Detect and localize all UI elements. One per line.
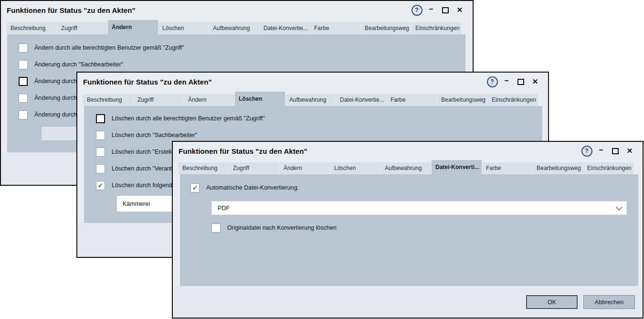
checkbox-loeschen-sachbearbeiter[interactable] (96, 131, 105, 140)
check-icon: ✓ (98, 181, 104, 189)
help-button[interactable]: ? (485, 75, 499, 88)
checkbox-loeschen-ersteller[interactable] (96, 148, 105, 157)
tab-aendern[interactable]: Ändern (108, 20, 158, 34)
help-icon: ? (487, 76, 498, 87)
maximize-button[interactable] (438, 4, 453, 16)
tab-loeschen[interactable]: Löschen (330, 162, 380, 174)
checkbox-label: Löschen durch "Verantw (112, 165, 176, 172)
tab-bearbeitungsweg[interactable]: Bearbeitungsweg (533, 162, 583, 174)
titlebar[interactable]: Funktionen für Status "zu den Akten" ? –… (173, 142, 643, 160)
tab-einschraenkungen[interactable]: Einschränkungen (488, 94, 538, 106)
close-icon: ✕ (627, 147, 633, 155)
checkbox-automatische-konvertierung[interactable]: ✓ (190, 183, 200, 192)
checkbox-label: Originaldatei nach Konvertierung löschen (227, 224, 337, 231)
checkbox-aendern-3[interactable] (19, 77, 28, 86)
tab-farbe[interactable]: Farbe (387, 94, 437, 106)
maximize-icon (442, 7, 449, 13)
help-button[interactable]: ? (410, 4, 424, 16)
minimize-button[interactable]: – (594, 145, 608, 157)
checkbox-loeschen-alle[interactable] (96, 114, 105, 123)
maximize-button[interactable] (608, 145, 623, 157)
tab-farbe[interactable]: Farbe (310, 22, 360, 34)
window-controls: ? – ✕ (580, 145, 637, 157)
titlebar[interactable]: Funktionen für Status "zu den Akten" ? –… (77, 73, 548, 91)
tab-loeschen[interactable]: Löschen (235, 92, 285, 106)
tab-aufbewahrung[interactable]: Aufbewahrung (381, 162, 431, 174)
tab-zugriff[interactable]: Zugriff (57, 22, 107, 34)
checkbox-originaldatei-loeschen[interactable] (211, 223, 221, 233)
help-icon: ? (581, 146, 592, 157)
tab-aufbewahrung[interactable]: Aufbewahrung (209, 22, 259, 34)
close-button[interactable]: ✕ (528, 75, 542, 88)
checkbox-label: Löschen durch "Sachbearbeiter" (112, 132, 197, 138)
minimize-button[interactable]: – (424, 4, 438, 16)
tab-zugriff[interactable]: Zugriff (229, 162, 279, 174)
window-controls: ? – ✕ (485, 75, 542, 88)
tab-datei-konvertierung[interactable]: Datei-Konvertie... (260, 22, 310, 34)
checkbox-label: Löschen durch folgende (112, 182, 175, 189)
minimize-icon: – (599, 146, 603, 154)
tab-bearbeitungsweg[interactable]: Bearbeitungsweg (437, 94, 487, 106)
cancel-button[interactable]: Abbrechen (583, 295, 635, 309)
tab-loeschen[interactable]: Löschen (158, 22, 209, 34)
tab-beschreibung[interactable]: Beschreibung (83, 94, 133, 106)
checkbox-label: Löschen durch alle berechtigten Benutzer… (112, 115, 265, 122)
minimize-button[interactable]: – (499, 75, 514, 88)
checkbox-label: Änderung durch " (34, 78, 81, 85)
tab-datei-konvertierung[interactable]: Datei-Konvertie... (336, 94, 386, 106)
checkbox-aendern-4[interactable] (19, 94, 28, 103)
tab-bar: Beschreibung Zugriff Ändern Löschen Aufb… (83, 92, 542, 106)
window-title: Funktionen für Status "zu den Akten" (7, 6, 136, 14)
close-button[interactable]: ✕ (453, 4, 467, 16)
checkbox-aendern-5[interactable] (19, 110, 28, 119)
help-icon: ? (412, 5, 422, 16)
tab-beschreibung[interactable]: Beschreibung (179, 162, 229, 174)
checkbox-label: Änderung durch f (34, 111, 80, 118)
help-button[interactable]: ? (580, 145, 594, 157)
tab-aendern[interactable]: Ändern (280, 162, 330, 174)
tab-einschraenkungen[interactable]: Einschränkungen (583, 162, 633, 174)
tab-content-panel: ✓ Automatische Datei-Konvertierung: PDF … (180, 174, 638, 286)
close-icon: ✕ (457, 6, 463, 14)
maximize-icon (517, 79, 524, 85)
tab-bar: Beschreibung Zugriff Ändern Löschen Aufb… (7, 20, 467, 34)
maximize-button[interactable] (514, 75, 528, 88)
tab-zugriff[interactable]: Zugriff (134, 94, 184, 106)
window-title: Funktionen für Status "zu den Akten" (179, 147, 307, 155)
close-icon: ✕ (532, 77, 538, 86)
format-dropdown-value: PDF (218, 205, 230, 212)
tab-bearbeitungsweg[interactable]: Bearbeitungsweg (361, 22, 411, 34)
minimize-icon: – (429, 5, 433, 13)
titlebar[interactable]: Funktionen für Status "zu den Akten" ? –… (1, 1, 473, 19)
tab-datei-konvertierung[interactable]: Datei-Konverti... (432, 160, 482, 174)
tab-bar: Beschreibung Zugriff Ändern Löschen Aufb… (179, 160, 637, 174)
maximize-icon (612, 148, 619, 154)
checkbox-aendern-sachbearbeiter[interactable] (19, 60, 28, 69)
checkbox-loeschen-verantwortlicher[interactable] (96, 164, 105, 173)
checkbox-loeschen-folgende[interactable]: ✓ (96, 181, 105, 190)
checkbox-label: Änderung durch " (34, 95, 81, 101)
window-title: Funktionen für Status "zu den Akten" (83, 78, 212, 86)
checkbox-label: Löschen durch "Ersteller" (112, 149, 179, 155)
tab-aendern[interactable]: Ändern (184, 94, 234, 106)
window-controls: ? – ✕ (410, 4, 467, 16)
tab-einschraenkungen[interactable]: Einschränkungen (412, 22, 462, 34)
chevron-down-icon (616, 203, 623, 210)
dialog-window-datei-konvertierung: Funktionen für Status "zu den Akten" ? –… (172, 141, 644, 319)
checkbox-aendern-alle[interactable] (19, 43, 28, 53)
desktop: Funktionen für Status "zu den Akten" ? –… (0, 0, 644, 319)
check-icon: ✓ (192, 184, 198, 191)
format-dropdown[interactable]: PDF (211, 201, 627, 215)
close-button[interactable]: ✕ (623, 145, 637, 157)
checkbox-label: Änderung durch "Sachbearbeiter" (34, 61, 123, 68)
checkbox-label: Ändern durch alle berechtigten Benutzer … (34, 44, 184, 51)
tab-aufbewahrung[interactable]: Aufbewahrung (285, 94, 336, 106)
tab-beschreibung[interactable]: Beschreibung (7, 22, 57, 34)
minimize-icon: – (505, 76, 509, 85)
group-field-value: Kämmerei (123, 201, 150, 207)
checkbox-label: Automatische Datei-Konvertierung: (206, 184, 299, 191)
tab-farbe[interactable]: Farbe (482, 162, 532, 174)
ok-button[interactable]: OK (526, 295, 578, 309)
